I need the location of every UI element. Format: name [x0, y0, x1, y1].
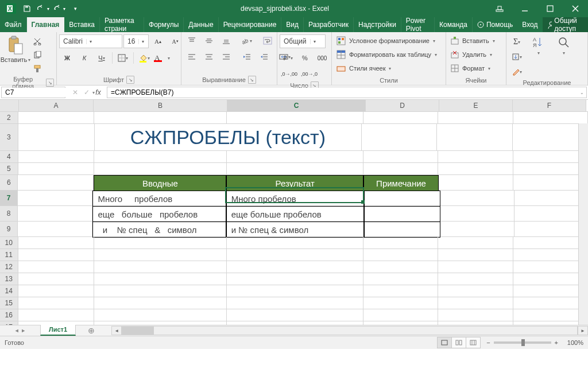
- orientation-button[interactable]: ab▾: [239, 34, 255, 47]
- tab-developer[interactable]: Разработчик: [304, 17, 354, 32]
- fill-color-button[interactable]: ▾: [136, 52, 152, 64]
- cell-D13[interactable]: [363, 273, 438, 285]
- copy-button[interactable]: [31, 49, 44, 61]
- zoom-slider[interactable]: [494, 341, 551, 344]
- increase-indent-button[interactable]: [256, 51, 272, 63]
- share-button[interactable]: Общий доступ: [543, 17, 589, 32]
- cell-E3[interactable]: [437, 124, 512, 150]
- cell-B8[interactable]: еще больше пробелов: [92, 206, 226, 222]
- cell-D17[interactable]: [363, 321, 438, 325]
- cell-E12[interactable]: [438, 261, 513, 273]
- cell-E10[interactable]: [438, 237, 513, 248]
- maximize-button[interactable]: [537, 0, 563, 17]
- row-header-11[interactable]: 11: [0, 249, 18, 261]
- cell-E7[interactable]: [440, 191, 514, 205]
- cell-A4[interactable]: [18, 151, 94, 162]
- vertical-scrollbar[interactable]: [578, 123, 588, 325]
- align-bottom-button[interactable]: [218, 34, 234, 47]
- cell-C4[interactable]: [227, 151, 363, 162]
- col-header-F[interactable]: F: [513, 100, 586, 111]
- align-middle-button[interactable]: [201, 34, 217, 47]
- cell-D10[interactable]: [363, 237, 438, 248]
- cell-B5[interactable]: [94, 163, 227, 174]
- hscroll-right[interactable]: ►: [578, 326, 588, 335]
- ribbon-options-button[interactable]: [487, 0, 512, 17]
- sort-filter-button[interactable]: AЯ ▾: [527, 34, 550, 56]
- row-header-16[interactable]: 16: [0, 309, 18, 321]
- sheet-tab-1[interactable]: Лист1: [40, 324, 76, 336]
- cell-B3[interactable]: СЖПРОБЕЛЫ (текст): [95, 124, 361, 150]
- cell-F3[interactable]: [513, 124, 588, 150]
- cell-D2[interactable]: [363, 112, 438, 123]
- row-header-10[interactable]: 10: [0, 237, 18, 248]
- borders-button[interactable]: ▾: [115, 52, 131, 64]
- cell-E2[interactable]: [438, 112, 513, 123]
- sheet-nav[interactable]: ◄ ►: [0, 325, 40, 336]
- comma-button[interactable]: 000: [314, 52, 330, 64]
- cell-E16[interactable]: [438, 309, 513, 321]
- cell-F2[interactable]: [513, 112, 588, 123]
- accounting-format-button[interactable]: ₽▾: [280, 52, 296, 64]
- cell-E11[interactable]: [438, 249, 513, 261]
- tab-home[interactable]: Главная: [27, 17, 65, 32]
- cell-D15[interactable]: [363, 297, 438, 309]
- cell-B15[interactable]: [94, 297, 227, 309]
- increase-decimal-button[interactable]: ,0→,00: [280, 68, 299, 80]
- cell-C17[interactable]: [227, 321, 363, 325]
- paste-button[interactable]: Вставить▾: [2, 34, 29, 63]
- cell-C6[interactable]: Результат: [226, 175, 363, 191]
- undo-button[interactable]: ▾: [36, 1, 51, 16]
- cell-D4[interactable]: [363, 151, 438, 162]
- cell-C13[interactable]: [227, 273, 363, 285]
- row-header-15[interactable]: 15: [0, 297, 18, 309]
- font-size-combo[interactable]: 16▾: [123, 34, 149, 48]
- cell-B14[interactable]: [94, 285, 227, 297]
- cell-F11[interactable]: [513, 249, 588, 261]
- tab-page-layout[interactable]: Разметка страни: [100, 17, 144, 32]
- row-header-8[interactable]: 8: [0, 206, 18, 221]
- cell-D14[interactable]: [363, 285, 438, 297]
- cell-B2[interactable]: [94, 112, 227, 123]
- decrease-indent-button[interactable]: [239, 51, 255, 63]
- formula-input[interactable]: [107, 88, 577, 97]
- tab-power-pivot[interactable]: Power Pivot: [401, 17, 435, 32]
- wrap-text-button[interactable]: [260, 34, 276, 47]
- row-header-13[interactable]: 13: [0, 273, 18, 285]
- cell-D16[interactable]: [363, 309, 438, 321]
- font-dialog-launcher[interactable]: ↘: [126, 76, 134, 84]
- cell-A15[interactable]: [18, 297, 94, 309]
- clear-button[interactable]: ▾: [509, 65, 525, 78]
- cell-F7[interactable]: [514, 191, 588, 205]
- cell-C5[interactable]: [227, 163, 363, 174]
- font-name-combo[interactable]: Calibri▾: [59, 34, 122, 48]
- bold-button[interactable]: Ж: [59, 52, 75, 64]
- cell-A14[interactable]: [18, 285, 94, 297]
- cell-D5[interactable]: [363, 163, 438, 174]
- cell-C15[interactable]: [227, 297, 363, 309]
- cell-C9[interactable]: и № спец & символ: [226, 222, 364, 238]
- cell-D7[interactable]: [364, 191, 440, 207]
- cell-A5[interactable]: [18, 163, 94, 174]
- decrease-font-button[interactable]: A▾: [167, 35, 183, 48]
- cell-C11[interactable]: [227, 249, 363, 261]
- alignment-dialog-launcher[interactable]: ↘: [248, 76, 256, 84]
- row-header-9[interactable]: 9: [0, 222, 18, 236]
- tab-view[interactable]: Вид: [281, 17, 304, 32]
- cell-D12[interactable]: [363, 261, 438, 273]
- underline-button[interactable]: Ч▾: [94, 52, 110, 64]
- row-header-5[interactable]: 5: [0, 163, 18, 174]
- cell-E15[interactable]: [438, 297, 513, 309]
- col-header-A[interactable]: A: [19, 100, 94, 111]
- cell-D6[interactable]: Примечание: [363, 175, 439, 191]
- tab-insert[interactable]: Вставка: [64, 17, 100, 32]
- align-center-button[interactable]: [201, 51, 217, 63]
- cell-C16[interactable]: [227, 309, 363, 321]
- cell-A3[interactable]: [18, 124, 95, 150]
- format-painter-button[interactable]: [31, 63, 44, 75]
- col-header-D[interactable]: D: [366, 100, 439, 111]
- tell-me[interactable]: Помощь: [473, 17, 517, 32]
- tab-file[interactable]: Файл: [0, 17, 27, 32]
- cell-A16[interactable]: [18, 309, 94, 321]
- cell-B17[interactable]: [94, 321, 227, 325]
- increase-font-button[interactable]: A▴: [150, 35, 166, 48]
